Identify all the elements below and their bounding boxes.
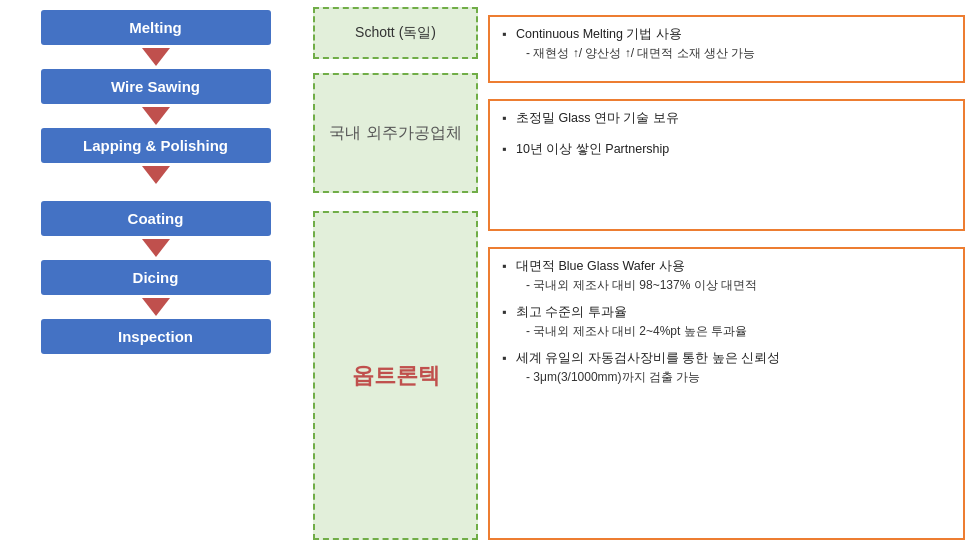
- desc-optronic: 대면적 Blue Glass Wafer 사용 - 국내외 제조사 대비 98~…: [488, 247, 965, 540]
- step-wire-sawing: Wire Sawing: [41, 69, 271, 104]
- left-column: Melting Wire Sawing Lapping & Polishing …: [8, 10, 303, 540]
- right-column: Continuous Melting 기법 사용 - 재현성 ↑/ 양산성 ↑/…: [488, 10, 965, 540]
- partner-optronic: 옵트론텍: [313, 211, 478, 540]
- optronic-bullet-2: 최고 수준의 투과율 - 국내외 제조사 대비 2~4%pt 높은 투과율: [502, 303, 951, 341]
- optronic-bullet-1: 대면적 Blue Glass Wafer 사용 - 국내외 제조사 대비 98~…: [502, 257, 951, 295]
- optronic-bullet-3: 세계 유일의 자동검사장비를 통한 높은 신뢰성 - 3μm(3/1000mm)…: [502, 349, 951, 387]
- partner-domestic: 국내 외주가공업체: [313, 73, 478, 193]
- arrow-coating: [142, 239, 170, 257]
- arrow-dicing: [142, 298, 170, 316]
- step-melting: Melting: [41, 10, 271, 45]
- arrow-wire: [142, 107, 170, 125]
- group-melting: Melting: [8, 10, 303, 69]
- group-wire-lapping: Wire Sawing Lapping & Polishing: [8, 69, 303, 187]
- partner-schott: Schott (독일): [313, 7, 478, 59]
- step-lapping: Lapping & Polishing: [41, 128, 271, 163]
- arrow-lapping: [142, 166, 170, 184]
- step-coating: Coating: [41, 201, 271, 236]
- step-dicing: Dicing: [41, 260, 271, 295]
- middle-column: Schott (독일) 국내 외주가공업체 옵트론텍: [303, 10, 488, 540]
- step-inspection: Inspection: [41, 319, 271, 354]
- domestic-bullet-1: 초정밀 Glass 연마 기술 보유: [502, 109, 951, 128]
- main-layout: Melting Wire Sawing Lapping & Polishing …: [8, 10, 965, 540]
- desc-domestic: 초정밀 Glass 연마 기술 보유 10년 이상 쌓인 Partnership: [488, 99, 965, 231]
- schott-bullet-1: Continuous Melting 기법 사용 - 재현성 ↑/ 양산성 ↑/…: [502, 25, 951, 63]
- group-coating-dicing-inspection: Coating Dicing Inspection: [8, 201, 303, 354]
- desc-schott: Continuous Melting 기법 사용 - 재현성 ↑/ 양산성 ↑/…: [488, 15, 965, 83]
- domestic-bullet-2: 10년 이상 쌓인 Partnership: [502, 140, 951, 159]
- arrow-melting: [142, 48, 170, 66]
- page-container: Melting Wire Sawing Lapping & Polishing …: [0, 0, 973, 550]
